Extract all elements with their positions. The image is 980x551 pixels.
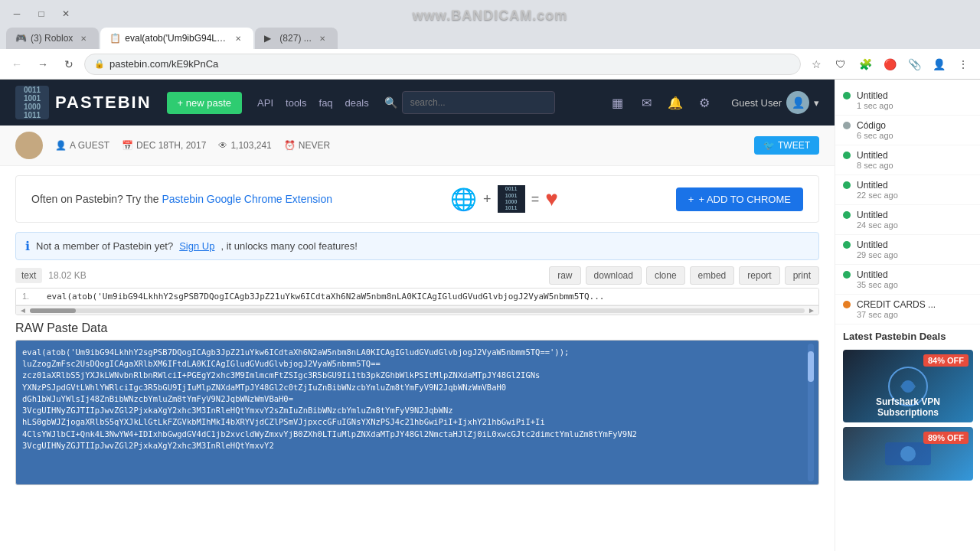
date-text: DEC 18TH, 2017 <box>136 140 206 151</box>
sidebar-dot-1 <box>843 122 851 129</box>
maximize-button[interactable]: □ <box>31 3 52 24</box>
paste-author-avatar <box>15 132 43 159</box>
profile-button[interactable]: 👤 <box>928 54 949 75</box>
minimize-button[interactable]: ─ <box>6 3 28 24</box>
search-input[interactable] <box>402 91 555 114</box>
deals-image-2[interactable]: 89% OFF <box>843 427 973 481</box>
promo-icons: 🌐 + 0011100110001011 = ♥ <box>450 185 558 213</box>
tab-roblox[interactable]: 🎮 (3) Roblox ✕ <box>6 28 99 49</box>
tab-pastebin[interactable]: 📋 eval(atob('Um9ibG94LkhhY2sgP... ✕ <box>100 28 253 49</box>
embed-button[interactable]: embed <box>690 266 735 285</box>
sidebar-item-info-0: Untitled 1 sec ago <box>857 90 972 110</box>
sidebar-item-time-4: 24 sec ago <box>857 220 972 230</box>
sidebar-item-time-7: 37 sec ago <box>857 310 972 319</box>
extension1-button[interactable]: 🛡 <box>830 54 851 75</box>
twitter-icon: 🐦 <box>763 140 775 151</box>
sidebar-item-title-4: Untitled <box>857 210 972 220</box>
paste-views: 👁 1,103,241 <box>218 140 271 151</box>
tab-youtube-close[interactable]: ✕ <box>316 32 328 44</box>
scroll-track <box>30 308 805 313</box>
info-text-before: Not a member of Pastebin yet? <box>36 240 173 252</box>
download-button[interactable]: download <box>586 266 642 285</box>
extension4-button[interactable]: 📎 <box>903 54 925 75</box>
forward-button[interactable]: → <box>32 54 54 75</box>
sidebar-item-7[interactable]: CREDIT CARDS ... 37 sec ago <box>835 295 980 324</box>
nav-faq[interactable]: faq <box>319 97 333 109</box>
paste-expire: ⏰ NEVER <box>284 140 330 151</box>
tab-roblox-close[interactable]: ✕ <box>77 32 90 44</box>
grid-icon-button[interactable]: ▦ <box>606 91 629 114</box>
page-layout: 0011100110001011 PASTEBIN + new paste AP… <box>0 80 980 551</box>
info-text-after: , it unlocks many cool features! <box>220 240 357 252</box>
menu-button[interactable]: ⋮ <box>952 54 974 75</box>
sidebar-item-info-6: Untitled 35 sec ago <box>857 269 972 289</box>
scroll-thumb[interactable] <box>30 308 76 313</box>
raw-scroll[interactable] <box>806 344 815 481</box>
bookmark-button[interactable]: ☆ <box>805 54 827 75</box>
main-content: 0011100110001011 PASTEBIN + new paste AP… <box>0 80 835 551</box>
scroll-right-arrow[interactable]: ► <box>808 306 815 315</box>
tab-pastebin-close[interactable]: ✕ <box>232 32 244 44</box>
raw-button[interactable]: raw <box>549 266 580 285</box>
plus-icon: + <box>483 191 492 207</box>
nav-tools[interactable]: tools <box>286 97 306 109</box>
extension3-button[interactable]: 🔴 <box>879 54 900 75</box>
tab-roblox-title: (3) Roblox <box>31 33 73 44</box>
sidebar-item-title-3: Untitled <box>857 180 972 191</box>
signup-link[interactable]: Sign Up <box>179 240 214 252</box>
extension2-button[interactable]: 🧩 <box>854 54 876 75</box>
report-button[interactable]: report <box>739 266 779 285</box>
mail-icon-button[interactable]: ✉ <box>635 91 658 114</box>
equals-icon: = <box>531 191 540 207</box>
tab-pastebin-favicon: 📋 <box>109 33 120 44</box>
sidebar-item-2[interactable]: Untitled 8 sec ago <box>835 145 980 175</box>
bell-icon-button[interactable]: 🔔 <box>664 91 687 114</box>
sidebar-item-1[interactable]: Código 6 sec ago <box>835 116 980 145</box>
tweet-button[interactable]: 🐦 TWEET <box>754 136 819 155</box>
code-scrollbar[interactable]: ◄ ► <box>16 305 818 315</box>
tab-youtube[interactable]: ▶ (827) ... ✕ <box>255 28 337 49</box>
deals-badge-1: 84% OFF <box>923 354 969 367</box>
print-button[interactable]: print <box>785 266 819 285</box>
views-icon: 👁 <box>218 140 227 151</box>
reload-button[interactable]: ↻ <box>58 54 80 75</box>
promo-banner: Often on Pastebin? Try the Pastebin Goog… <box>15 175 819 223</box>
promo-text-before: Often on Pastebin? Try the <box>31 193 159 205</box>
nav-deals[interactable]: deals <box>345 97 369 109</box>
sidebar-item-3[interactable]: Untitled 22 sec ago <box>835 175 980 205</box>
author-icon: 👤 <box>55 140 67 151</box>
back-button[interactable]: ← <box>6 54 28 75</box>
scroll-left-arrow[interactable]: ◄ <box>19 306 27 315</box>
deals-label-1: Surfshark VPN Subscriptions <box>849 396 967 418</box>
sidebar-item-info-2: Untitled 8 sec ago <box>857 150 972 170</box>
promo-text: Often on Pastebin? Try the Pastebin Goog… <box>31 193 332 205</box>
new-paste-button[interactable]: + new paste <box>167 92 242 114</box>
sidebar-dot-7 <box>843 301 851 308</box>
sidebar-item-0[interactable]: Untitled 1 sec ago <box>835 86 980 116</box>
sidebar-item-5[interactable]: Untitled 29 sec ago <box>835 235 980 265</box>
promo-chrome-link[interactable]: Pastebin Google Chrome Extension <box>162 193 332 205</box>
tab-youtube-title: (827) ... <box>279 33 311 44</box>
close-button[interactable]: ✕ <box>55 3 77 24</box>
nav-api[interactable]: API <box>257 97 273 109</box>
views-count: 1,103,241 <box>230 140 271 151</box>
sidebar-item-6[interactable]: Untitled 35 sec ago <box>835 265 980 295</box>
settings-icon-button[interactable]: ⚙ <box>693 91 716 114</box>
tweet-label: TWEET <box>778 140 810 151</box>
svg-point-3 <box>902 380 914 393</box>
sidebar-item-time-6: 35 sec ago <box>857 280 972 289</box>
paste-author: 👤 A GUEST <box>55 140 109 151</box>
code-line-1: 1. eval(atob('Um9ibG94LkhhY2sgPSB7DQogIC… <box>16 289 818 305</box>
clone-button[interactable]: clone <box>646 266 685 285</box>
lock-icon: 🔒 <box>94 59 105 69</box>
deals-image-1[interactable]: 84% OFF Surfshark VPN Subscriptions <box>843 350 973 422</box>
add-chrome-button[interactable]: + + ADD TO CHROME <box>676 187 803 211</box>
sidebar-item-4[interactable]: Untitled 24 sec ago <box>835 205 980 235</box>
sidebar-item-info-1: Código 6 sec ago <box>857 120 972 140</box>
url-bar[interactable]: 🔒 pastebin.com/kE9kPnCa <box>84 54 801 75</box>
paste-type-badge: text <box>15 268 42 283</box>
raw-paste-box[interactable]: eval(atob('Um9ibG94LkhhY2sgPSB7DQogICAgb… <box>15 340 819 485</box>
date-icon: 📅 <box>122 140 133 151</box>
guest-user-area[interactable]: Guest User 👤 ▾ <box>731 91 819 114</box>
svg-rect-1 <box>808 351 814 382</box>
